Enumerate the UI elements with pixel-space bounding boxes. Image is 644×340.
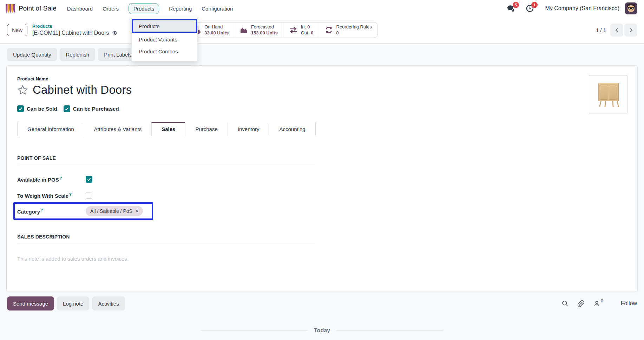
company-switcher[interactable]: My Company (San Francisco)	[545, 5, 619, 12]
action-button-row: Update Quantity Replenish Print Labels	[0, 43, 644, 65]
product-name-label: Product Name	[17, 76, 627, 81]
new-button[interactable]: New	[7, 24, 27, 36]
pager: 1 / 1	[596, 24, 637, 37]
stat-in-out[interactable]: In:0 Out:0	[283, 22, 319, 38]
send-message-button[interactable]: Send message	[7, 296, 54, 310]
activities-clock-icon[interactable]: 1	[525, 4, 534, 13]
cabinet-illustration	[589, 76, 627, 113]
tab-general-information[interactable]: General Information	[17, 122, 84, 136]
chatter-toolbar: Send message Log note Activities 0 Follo…	[0, 296, 644, 310]
point-of-sale-logo-icon[interactable]	[6, 4, 15, 13]
available-in-pos-checkbox[interactable]	[86, 176, 92, 183]
favorite-star-icon[interactable]	[17, 85, 28, 96]
menu-products[interactable]: Products	[129, 3, 159, 14]
followers-count: 0	[601, 299, 603, 303]
top-navbar: Point of Sale Dashboard Orders Products …	[0, 0, 644, 17]
help-icon: ?	[60, 176, 62, 180]
can-be-purchased-checkbox[interactable]: Can be Purchased	[64, 105, 119, 112]
main-menu: Dashboard Orders Products Reporting Conf…	[67, 3, 233, 14]
messages-badge: 5	[513, 2, 519, 8]
search-messages-icon[interactable]	[561, 300, 569, 307]
category-tag[interactable]: All / Saleable / PoS ×	[86, 206, 143, 216]
breadcrumb-products-link[interactable]: Products	[32, 24, 117, 29]
tab-sales[interactable]: Sales	[151, 122, 185, 136]
user-avatar[interactable]	[625, 2, 637, 14]
log-note-button[interactable]: Log note	[57, 296, 89, 310]
menu-orders[interactable]: Orders	[103, 4, 119, 14]
activities-badge: 1	[531, 2, 538, 8]
form-tabs: General Information Attributes & Variant…	[17, 122, 627, 136]
tab-attributes-variants[interactable]: Attributes & Variants	[84, 122, 152, 136]
breadcrumb-current-record: [E-COM11] Cabinet with Doors	[32, 30, 109, 37]
available-in-pos-field: Available in POS?	[17, 176, 627, 183]
remove-tag-icon[interactable]: ×	[135, 208, 138, 214]
products-dropdown-menu: Products Product Variants Product Combos	[131, 17, 198, 61]
menu-dashboard[interactable]: Dashboard	[67, 4, 93, 14]
gear-icon[interactable]	[112, 30, 117, 36]
product-image[interactable]	[589, 76, 627, 113]
refresh-icon	[324, 26, 333, 34]
follow-button[interactable]: Follow	[621, 300, 637, 307]
pager-previous-button[interactable]	[610, 24, 623, 37]
replenish-button[interactable]: Replenish	[60, 48, 95, 61]
breadcrumb: Products [E-COM11] Cabinet with Doors	[32, 24, 117, 36]
stat-reordering-rules[interactable]: Reordering Rules 0	[319, 22, 377, 38]
dropdown-item-products[interactable]: Products	[133, 20, 196, 32]
stat-forecasted[interactable]: Forecasted 153.00 Units	[234, 22, 283, 38]
dropdown-item-product-combos[interactable]: Product Combos	[132, 46, 197, 57]
sales-description-section: SALES DESCRIPTION This note is added to …	[17, 234, 627, 262]
systray: 5 1 My Company (San Francisco)	[497, 2, 637, 14]
pager-counter: 1 / 1	[596, 27, 606, 33]
help-icon: ?	[41, 208, 43, 212]
to-weigh-with-scale-checkbox[interactable]	[86, 192, 92, 199]
category-field-highlight: Category? All / Saleable / PoS ×	[13, 202, 153, 220]
menu-reporting[interactable]: Reporting	[169, 4, 192, 14]
tab-accounting[interactable]: Accounting	[269, 122, 315, 136]
attachments-paperclip-icon[interactable]	[577, 300, 585, 307]
point-of-sale-section: POINT OF SALE Available in POS? To Weigh…	[17, 155, 627, 220]
to-weigh-with-scale-field: To Weigh With Scale?	[17, 192, 627, 199]
dropdown-item-product-variants[interactable]: Product Variants	[132, 34, 197, 45]
control-panel: New Products [E-COM11] Cabinet with Door…	[0, 17, 644, 43]
checkbox-checked-icon	[64, 105, 70, 112]
dropdown-highlight-box: Products	[132, 19, 197, 33]
area-chart-icon	[239, 26, 248, 34]
product-title-input[interactable]: Cabinet with Doors	[33, 83, 132, 97]
activities-button[interactable]: Activities	[92, 296, 125, 310]
today-label: Today	[314, 327, 330, 334]
app-name[interactable]: Point of Sale	[19, 5, 57, 12]
can-be-sold-checkbox[interactable]: Can be Sold	[17, 105, 57, 112]
date-separator: Today	[201, 327, 443, 334]
followers-icon[interactable]: 0	[593, 300, 603, 307]
transfer-arrows-icon	[289, 26, 298, 35]
product-form-sheet: Product Name Cabinet with Doors Can be S…	[6, 65, 638, 292]
pager-next-button[interactable]	[624, 24, 637, 37]
help-icon: ?	[69, 192, 72, 196]
menu-configuration[interactable]: Configuration	[202, 4, 233, 14]
sales-description-heading: SALES DESCRIPTION	[17, 234, 627, 240]
checkbox-checked-icon	[17, 105, 24, 112]
update-quantity-button[interactable]: Update Quantity	[7, 48, 57, 61]
tab-purchase[interactable]: Purchase	[185, 122, 228, 136]
tab-inventory[interactable]: Inventory	[228, 122, 270, 136]
sales-description-input[interactable]: This note is added to sales orders and i…	[17, 256, 627, 262]
messages-icon[interactable]: 5	[506, 4, 516, 13]
pos-section-heading: POINT OF SALE	[17, 155, 627, 161]
